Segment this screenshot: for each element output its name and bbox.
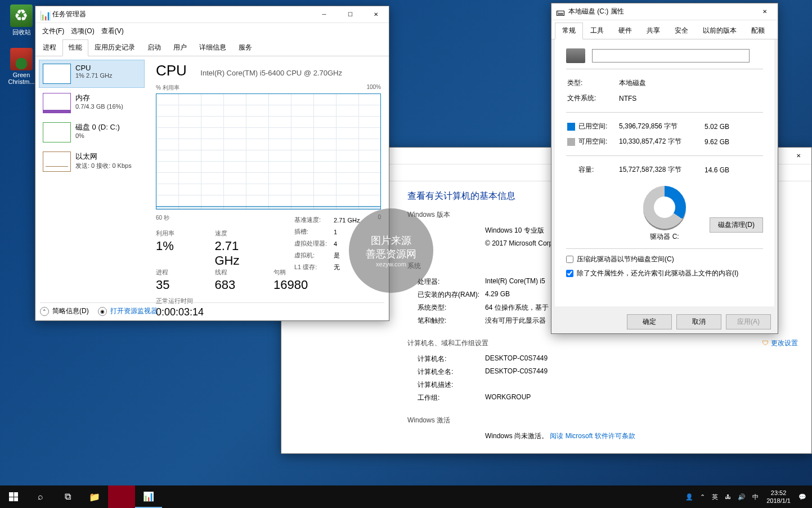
cpu-thumb bbox=[43, 64, 71, 84]
close-button[interactable]: ✕ bbox=[786, 148, 811, 164]
disk-cleanup-button[interactable]: 磁盘清理(D) bbox=[710, 217, 763, 233]
diskprop-titlebar[interactable]: 🖴 本地磁盘 (C:) 属性 ✕ bbox=[551, 3, 778, 20]
workgroup: WORKGROUP bbox=[485, 393, 798, 403]
chevron-up-icon[interactable]: ⌃ bbox=[40, 307, 49, 316]
ok-button[interactable]: 确定 bbox=[627, 314, 672, 329]
open-resmon-link[interactable]: 打开资源监视器 bbox=[110, 306, 158, 316]
app1-taskbar-icon[interactable] bbox=[108, 485, 135, 508]
network-icon[interactable]: 🖧 bbox=[721, 493, 734, 500]
license-terms-link[interactable]: 阅读 Microsoft 软件许可条款 bbox=[550, 432, 635, 440]
ime-mode-icon[interactable]: 中 bbox=[749, 493, 762, 501]
taskmgr-titlebar[interactable]: 📊 任务管理器 ─ ☐ ✕ bbox=[35, 6, 389, 23]
diskprop-title: 本地磁盘 (C:) 属性 bbox=[568, 7, 752, 16]
handle-count: 16980 bbox=[273, 278, 322, 292]
disk-icon bbox=[566, 48, 585, 63]
diskprop-tabs: 常规 工具 硬件 共享 安全 以前的版本 配额 bbox=[551, 20, 778, 39]
drive-label: 驱动器 C: bbox=[566, 232, 763, 242]
cpu-details-table: 基准速度:2.71 GHz 插槽:1 虚拟处理器:4 虚拟机:是 L1 缓存:无 bbox=[293, 213, 367, 274]
tab-security[interactable]: 安全 bbox=[667, 23, 696, 39]
tab-hardware[interactable]: 硬件 bbox=[611, 23, 639, 39]
menu-view[interactable]: 查看(V) bbox=[98, 24, 127, 38]
taskmgr-menubar: 文件(F) 选项(O) 查看(V) bbox=[35, 23, 389, 39]
resmon-icon: ◉ bbox=[98, 307, 107, 316]
minimize-button[interactable]: ─ bbox=[311, 6, 337, 23]
computer-fullname: DESKTOP-C0S7449 bbox=[485, 367, 798, 377]
taskmgr-tabs: 进程 性能 应用历史记录 启动 用户 详细信息 服务 bbox=[35, 39, 389, 56]
disk-thumb bbox=[43, 122, 71, 142]
tab-processes[interactable]: 进程 bbox=[37, 39, 62, 56]
recycle-bin-label: 回收站 bbox=[5, 28, 38, 37]
disk-usage-pie bbox=[643, 186, 686, 229]
change-settings-link[interactable]: 更改设置 bbox=[762, 338, 798, 348]
notification-icon[interactable]: 💬 bbox=[795, 493, 810, 501]
computer-name-header: 计算机名、域和工作组设置 bbox=[407, 338, 798, 348]
perf-sidebar: CPU1% 2.71 GHz 内存0.7/4.3 GB (16%) 磁盘 0 (… bbox=[35, 56, 148, 310]
ethernet-thumb bbox=[43, 151, 71, 172]
tab-sharing[interactable]: 共享 bbox=[639, 23, 667, 39]
tab-users[interactable]: 用户 bbox=[167, 39, 193, 56]
cpu-utilization: 1% bbox=[156, 239, 205, 253]
capacity-gb: 14.6 GB bbox=[705, 163, 734, 177]
perf-cpu-model: Intel(R) Core(TM) i5-6400 CPU @ 2.70GHz bbox=[200, 69, 342, 77]
explorer-taskbar-icon[interactable]: 📁 bbox=[81, 485, 108, 508]
recycle-bin[interactable]: 回收站 bbox=[5, 5, 38, 37]
clock[interactable]: 23:52 2018/1/1 bbox=[762, 489, 795, 505]
perf-item-memory[interactable]: 内存0.7/4.3 GB (16%) bbox=[39, 89, 145, 117]
cpu-graph bbox=[156, 93, 381, 210]
perf-item-ethernet[interactable]: 以太网发送: 0 接收: 0 Kbps bbox=[39, 148, 145, 176]
memory-thumb bbox=[43, 93, 71, 113]
compress-checkbox[interactable] bbox=[566, 256, 573, 263]
task-view-button[interactable]: ⧉ bbox=[54, 485, 81, 508]
recycle-bin-icon bbox=[10, 5, 33, 27]
process-count: 35 bbox=[156, 278, 205, 292]
ime-icon[interactable]: 英 bbox=[708, 493, 721, 501]
perf-item-disk[interactable]: 磁盘 0 (D: C:)0% bbox=[39, 118, 145, 146]
thread-count: 683 bbox=[215, 278, 264, 292]
tab-startup[interactable]: 启动 bbox=[141, 39, 167, 56]
filesystem: NTFS bbox=[619, 91, 651, 105]
drive-icon: 🖴 bbox=[556, 7, 565, 16]
volume-icon[interactable]: 🔊 bbox=[734, 493, 749, 501]
tab-previous[interactable]: 以前的版本 bbox=[696, 23, 744, 39]
tab-general[interactable]: 常规 bbox=[555, 23, 583, 39]
close-button[interactable]: ✕ bbox=[752, 3, 778, 20]
compress-checkbox-row[interactable]: 压缩此驱动器以节约磁盘空间(C) bbox=[566, 255, 763, 264]
used-swatch bbox=[567, 123, 575, 131]
activation-status: Windows 尚未激活。 bbox=[485, 432, 548, 440]
index-checkbox-row[interactable]: 除了文件属性外，还允许索引此驱动器上文件的内容(I) bbox=[566, 269, 763, 278]
used-bytes: 5,396,729,856 字节 bbox=[619, 119, 703, 133]
cancel-button[interactable]: 取消 bbox=[676, 314, 721, 329]
search-button[interactable]: ⌕ bbox=[27, 485, 54, 508]
taskbar: ⌕ ⧉ 📁 📊 👤 ⌃ 英 🖧 🔊 中 23:52 2018/1/1 💬 bbox=[0, 485, 812, 508]
tab-details[interactable]: 详细信息 bbox=[193, 39, 232, 56]
computer-name: DESKTOP-C0S7449 bbox=[485, 354, 798, 364]
menu-options[interactable]: 选项(O) bbox=[68, 24, 97, 38]
tab-app-history[interactable]: 应用历史记录 bbox=[88, 39, 141, 56]
volume-label-input[interactable] bbox=[592, 49, 750, 63]
apply-button[interactable]: 应用(A) bbox=[726, 314, 771, 329]
tray-chevron-icon[interactable]: ⌃ bbox=[697, 493, 708, 501]
green-christmas-shortcut[interactable]: Green Christm... bbox=[5, 48, 38, 85]
tab-tools[interactable]: 工具 bbox=[583, 23, 611, 39]
free-swatch bbox=[567, 138, 575, 146]
disk-properties-window: 🖴 本地磁盘 (C:) 属性 ✕ 常规 工具 硬件 共享 安全 以前的版本 配额… bbox=[551, 3, 778, 334]
maximize-button[interactable]: ☐ bbox=[337, 6, 363, 23]
start-button[interactable] bbox=[0, 485, 27, 508]
perf-item-cpu[interactable]: CPU1% 2.71 GHz bbox=[39, 60, 145, 88]
taskmgr-taskbar-icon[interactable]: 📊 bbox=[135, 485, 162, 508]
menu-file[interactable]: 文件(F) bbox=[39, 24, 68, 38]
brief-info-link[interactable]: 简略信息(D) bbox=[52, 306, 89, 316]
disk-type: 本地磁盘 bbox=[619, 76, 651, 90]
free-bytes: 10,330,857,472 字节 bbox=[619, 135, 703, 149]
cpu-speed: 2.71 GHz bbox=[215, 239, 264, 268]
used-gb: 5.02 GB bbox=[705, 119, 734, 133]
taskmgr-icon: 📊 bbox=[40, 10, 49, 19]
free-gb: 9.62 GB bbox=[705, 135, 734, 149]
perf-cpu-title: CPU bbox=[156, 62, 187, 79]
index-checkbox[interactable] bbox=[566, 270, 573, 277]
tab-services[interactable]: 服务 bbox=[232, 39, 258, 56]
tab-performance[interactable]: 性能 bbox=[62, 39, 88, 56]
people-icon[interactable]: 👤 bbox=[682, 493, 697, 501]
tab-quota[interactable]: 配额 bbox=[744, 23, 772, 39]
close-button[interactable]: ✕ bbox=[363, 6, 389, 23]
